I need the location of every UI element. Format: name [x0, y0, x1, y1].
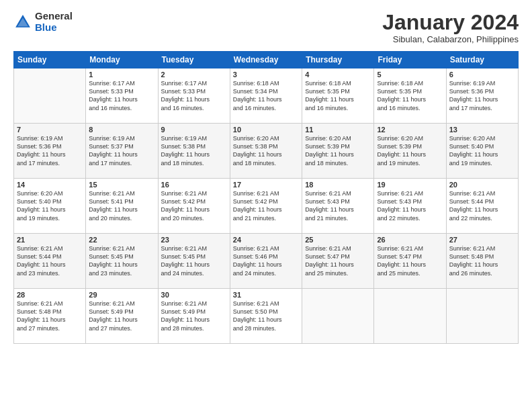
day-info: Sunrise: 6:21 AM Sunset: 5:49 PM Dayligh… [161, 300, 227, 332]
day-info: Sunrise: 6:20 AM Sunset: 5:40 PM Dayligh… [17, 189, 83, 222]
calendar-cell: 31Sunrise: 6:21 AM Sunset: 5:50 PM Dayli… [230, 289, 302, 344]
day-info: Sunrise: 6:18 AM Sunset: 5:35 PM Dayligh… [305, 79, 371, 112]
day-number: 10 [233, 126, 299, 134]
day-number: 7 [17, 126, 83, 134]
day-number: 24 [233, 236, 299, 244]
calendar-header-row: SundayMondayTuesdayWednesdayThursdayFrid… [14, 52, 519, 68]
day-info: Sunrise: 6:20 AM Sunset: 5:38 PM Dayligh… [233, 134, 299, 167]
calendar-week-row: 14Sunrise: 6:20 AM Sunset: 5:40 PM Dayli… [14, 179, 519, 234]
subtitle: Sibulan, Calabarzon, Philippines [382, 34, 519, 44]
calendar-day-header: Friday [374, 52, 446, 68]
calendar-cell: 3Sunrise: 6:18 AM Sunset: 5:34 PM Daylig… [230, 68, 302, 124]
day-info: Sunrise: 6:20 AM Sunset: 5:39 PM Dayligh… [305, 134, 371, 167]
day-number: 16 [161, 181, 227, 189]
calendar-cell: 10Sunrise: 6:20 AM Sunset: 5:38 PM Dayli… [230, 124, 302, 179]
logo-text: General Blue [35, 11, 73, 33]
day-number: 31 [233, 291, 299, 299]
day-info: Sunrise: 6:21 AM Sunset: 5:48 PM Dayligh… [449, 244, 515, 277]
calendar-cell: 11Sunrise: 6:20 AM Sunset: 5:39 PM Dayli… [302, 124, 374, 179]
calendar-cell: 2Sunrise: 6:17 AM Sunset: 5:33 PM Daylig… [158, 68, 230, 124]
day-number: 23 [161, 236, 227, 244]
day-number: 28 [17, 291, 83, 299]
day-number: 9 [161, 126, 227, 134]
day-info: Sunrise: 6:18 AM Sunset: 5:35 PM Dayligh… [377, 79, 443, 112]
calendar-day-header: Sunday [14, 52, 86, 68]
calendar-day-header: Monday [86, 52, 158, 68]
day-info: Sunrise: 6:21 AM Sunset: 5:47 PM Dayligh… [305, 244, 371, 277]
calendar-day-header: Saturday [446, 52, 518, 68]
day-info: Sunrise: 6:19 AM Sunset: 5:37 PM Dayligh… [89, 134, 154, 167]
day-info: Sunrise: 6:21 AM Sunset: 5:44 PM Dayligh… [449, 189, 515, 222]
day-info: Sunrise: 6:17 AM Sunset: 5:33 PM Dayligh… [89, 79, 154, 112]
day-number: 8 [89, 126, 154, 134]
page: General Blue January 2024 Sibulan, Calab… [0, 0, 532, 411]
day-info: Sunrise: 6:21 AM Sunset: 5:41 PM Dayligh… [89, 189, 154, 222]
day-number: 26 [377, 236, 443, 244]
calendar-cell [374, 289, 446, 344]
day-number: 21 [17, 236, 83, 244]
calendar-cell: 21Sunrise: 6:21 AM Sunset: 5:44 PM Dayli… [14, 234, 86, 289]
month-title: January 2024 [382, 11, 519, 34]
calendar-cell: 24Sunrise: 6:21 AM Sunset: 5:46 PM Dayli… [230, 234, 302, 289]
calendar-week-row: 7Sunrise: 6:19 AM Sunset: 5:36 PM Daylig… [14, 124, 519, 179]
calendar-week-row: 21Sunrise: 6:21 AM Sunset: 5:44 PM Dayli… [14, 234, 519, 289]
day-info: Sunrise: 6:20 AM Sunset: 5:39 PM Dayligh… [377, 134, 443, 167]
calendar-cell: 9Sunrise: 6:19 AM Sunset: 5:38 PM Daylig… [158, 124, 230, 179]
day-number: 18 [305, 181, 371, 189]
day-info: Sunrise: 6:21 AM Sunset: 5:46 PM Dayligh… [233, 244, 299, 277]
calendar-day-header: Wednesday [230, 52, 302, 68]
calendar-cell: 14Sunrise: 6:20 AM Sunset: 5:40 PM Dayli… [14, 179, 86, 234]
calendar-cell: 15Sunrise: 6:21 AM Sunset: 5:41 PM Dayli… [86, 179, 158, 234]
calendar-cell: 19Sunrise: 6:21 AM Sunset: 5:43 PM Dayli… [374, 179, 446, 234]
day-number: 27 [449, 236, 515, 244]
calendar-cell: 29Sunrise: 6:21 AM Sunset: 5:49 PM Dayli… [86, 289, 158, 344]
logo-blue: Blue [35, 22, 73, 34]
calendar-cell: 17Sunrise: 6:21 AM Sunset: 5:42 PM Dayli… [230, 179, 302, 234]
calendar-cell: 28Sunrise: 6:21 AM Sunset: 5:48 PM Dayli… [14, 289, 86, 344]
day-number: 20 [449, 181, 515, 189]
day-number: 3 [233, 71, 299, 79]
day-number: 30 [161, 291, 227, 299]
calendar-week-row: 1Sunrise: 6:17 AM Sunset: 5:33 PM Daylig… [14, 68, 519, 124]
day-number: 15 [89, 181, 154, 189]
calendar-cell: 5Sunrise: 6:18 AM Sunset: 5:35 PM Daylig… [374, 68, 446, 124]
calendar-cell: 22Sunrise: 6:21 AM Sunset: 5:45 PM Dayli… [86, 234, 158, 289]
day-info: Sunrise: 6:21 AM Sunset: 5:48 PM Dayligh… [17, 300, 83, 332]
day-number: 22 [89, 236, 154, 244]
day-info: Sunrise: 6:21 AM Sunset: 5:47 PM Dayligh… [377, 244, 443, 277]
calendar-cell: 20Sunrise: 6:21 AM Sunset: 5:44 PM Dayli… [446, 179, 518, 234]
day-number: 1 [89, 71, 154, 79]
day-info: Sunrise: 6:21 AM Sunset: 5:50 PM Dayligh… [233, 300, 299, 332]
calendar: SundayMondayTuesdayWednesdayThursdayFrid… [13, 51, 519, 344]
calendar-cell: 27Sunrise: 6:21 AM Sunset: 5:48 PM Dayli… [446, 234, 518, 289]
calendar-cell: 7Sunrise: 6:19 AM Sunset: 5:36 PM Daylig… [14, 124, 86, 179]
day-number: 5 [377, 71, 443, 79]
calendar-cell: 30Sunrise: 6:21 AM Sunset: 5:49 PM Dayli… [158, 289, 230, 344]
day-number: 12 [377, 126, 443, 134]
calendar-week-row: 28Sunrise: 6:21 AM Sunset: 5:48 PM Dayli… [14, 289, 519, 344]
calendar-cell: 6Sunrise: 6:19 AM Sunset: 5:36 PM Daylig… [446, 68, 518, 124]
day-info: Sunrise: 6:21 AM Sunset: 5:43 PM Dayligh… [305, 189, 371, 222]
calendar-day-header: Tuesday [158, 52, 230, 68]
title-area: January 2024 Sibulan, Calabarzon, Philip… [382, 11, 519, 44]
day-info: Sunrise: 6:21 AM Sunset: 5:42 PM Dayligh… [161, 189, 227, 222]
calendar-cell: 12Sunrise: 6:20 AM Sunset: 5:39 PM Dayli… [374, 124, 446, 179]
day-number: 17 [233, 181, 299, 189]
day-number: 6 [449, 71, 515, 79]
logo: General Blue [13, 11, 73, 33]
day-number: 19 [377, 181, 443, 189]
day-number: 11 [305, 126, 371, 134]
calendar-cell [446, 289, 518, 344]
day-number: 14 [17, 181, 83, 189]
logo-icon [13, 13, 32, 32]
day-number: 2 [161, 71, 227, 79]
calendar-cell [14, 68, 86, 124]
day-info: Sunrise: 6:19 AM Sunset: 5:38 PM Dayligh… [161, 134, 227, 167]
day-info: Sunrise: 6:19 AM Sunset: 5:36 PM Dayligh… [17, 134, 83, 167]
day-info: Sunrise: 6:20 AM Sunset: 5:40 PM Dayligh… [449, 134, 515, 167]
day-info: Sunrise: 6:18 AM Sunset: 5:34 PM Dayligh… [233, 79, 299, 112]
calendar-cell: 23Sunrise: 6:21 AM Sunset: 5:45 PM Dayli… [158, 234, 230, 289]
day-number: 29 [89, 291, 154, 299]
calendar-cell: 4Sunrise: 6:18 AM Sunset: 5:35 PM Daylig… [302, 68, 374, 124]
day-info: Sunrise: 6:21 AM Sunset: 5:43 PM Dayligh… [377, 189, 443, 222]
